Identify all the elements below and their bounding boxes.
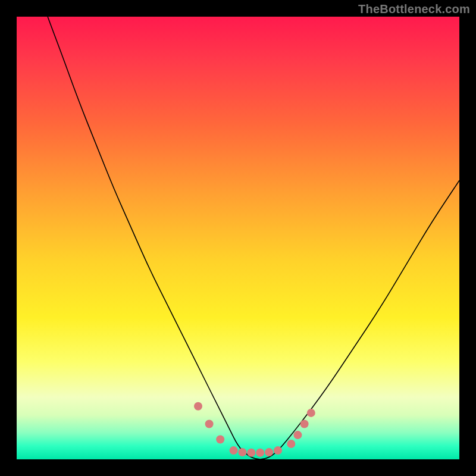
bottleneck-plot — [17, 17, 459, 459]
curve-marker — [238, 448, 246, 456]
chart-area — [17, 17, 459, 459]
curve-marker — [256, 449, 264, 457]
curve-marker — [287, 440, 295, 448]
curve-markers — [194, 402, 315, 457]
curve-marker — [216, 436, 224, 444]
watermark-text: TheBottleneck.com — [358, 2, 470, 16]
curve-marker — [194, 402, 202, 411]
bottleneck-curve — [48, 17, 459, 459]
curve-marker — [274, 446, 282, 455]
curve-marker — [230, 446, 238, 455]
curve-marker — [293, 431, 302, 439]
curve-marker — [247, 449, 255, 457]
curve-marker — [307, 409, 315, 417]
curve-marker — [300, 420, 309, 428]
curve-marker — [205, 420, 214, 428]
curve-marker — [265, 448, 273, 456]
